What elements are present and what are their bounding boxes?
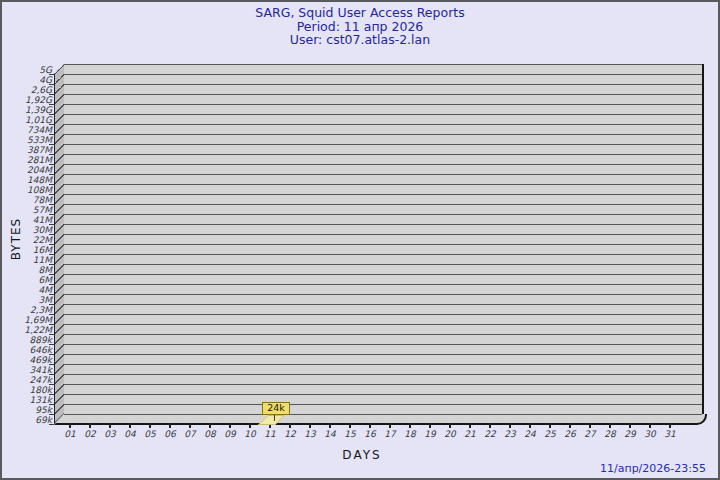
gridline xyxy=(64,94,702,95)
x-tick xyxy=(369,423,370,428)
bar-value-label: 24k xyxy=(262,402,290,415)
gridline xyxy=(64,144,702,145)
generation-timestamp: 11/апр/2026-23:55 xyxy=(600,462,706,475)
gridline xyxy=(64,314,702,315)
x-tick-label: 11 xyxy=(259,429,281,439)
x-tick-label: 05 xyxy=(139,429,161,439)
y-tick-label: 889k xyxy=(2,335,52,345)
y-tick-label: 1,01G xyxy=(2,115,52,125)
y-tick-label: 180k xyxy=(2,385,52,395)
x-axis-title: DAYS xyxy=(2,448,720,462)
x-tick xyxy=(169,423,170,428)
x-tick-label: 18 xyxy=(399,429,421,439)
y-tick-label: 108M xyxy=(2,185,52,195)
gridline xyxy=(64,224,702,225)
x-tick-label: 02 xyxy=(79,429,101,439)
y-tick-label: 2,3M xyxy=(2,305,52,315)
x-tick-label: 20 xyxy=(439,429,461,439)
x-tick-label: 16 xyxy=(359,429,381,439)
y-tick-label: 4G xyxy=(2,75,52,85)
x-tick-label: 23 xyxy=(499,429,521,439)
y-tick-label: 1,69M xyxy=(2,315,52,325)
gridline xyxy=(64,114,702,115)
x-tick xyxy=(529,423,530,428)
x-tick-label: 04 xyxy=(119,429,141,439)
gridline xyxy=(64,194,702,195)
x-tick-label: 10 xyxy=(239,429,261,439)
x-tick-label: 27 xyxy=(579,429,601,439)
chart-plot-area: 5G4G2,6G1,92G1,39G1,01G734M533M387M281M2… xyxy=(2,2,720,480)
gridline xyxy=(64,234,702,235)
y-tick-label: 387M xyxy=(2,145,52,155)
y-tick-label: 3M xyxy=(2,295,52,305)
x-tick xyxy=(589,423,590,428)
x-tick xyxy=(329,423,330,428)
x-tick-label: 12 xyxy=(279,429,301,439)
chart-face xyxy=(64,64,704,414)
gridline xyxy=(64,274,702,275)
gridline xyxy=(64,334,702,335)
x-tick-label: 24 xyxy=(519,429,541,439)
x-tick-label: 19 xyxy=(419,429,441,439)
gridline xyxy=(64,164,702,165)
x-tick-label: 17 xyxy=(379,429,401,439)
gridline xyxy=(64,74,702,75)
x-tick-label: 21 xyxy=(459,429,481,439)
gridline xyxy=(64,174,702,175)
x-tick xyxy=(449,423,450,428)
y-tick-label: 469k xyxy=(2,355,52,365)
gridline xyxy=(64,364,702,365)
x-tick xyxy=(249,423,250,428)
y-tick-label: 1,39G xyxy=(2,105,52,115)
x-tick xyxy=(469,423,470,428)
gridline xyxy=(64,204,702,205)
y-tick-label: 734M xyxy=(2,125,52,135)
x-tick-label: 26 xyxy=(559,429,581,439)
y-tick-label: 78M xyxy=(2,195,52,205)
gridline xyxy=(64,394,702,395)
gridline xyxy=(64,244,702,245)
gridline xyxy=(64,264,702,265)
x-tick-label: 30 xyxy=(639,429,661,439)
gridline xyxy=(64,104,702,105)
gridline xyxy=(64,64,702,65)
y-tick-label: 1,22M xyxy=(2,325,52,335)
x-tick xyxy=(289,423,290,428)
x-tick-label: 03 xyxy=(99,429,121,439)
y-tick-label: 148M xyxy=(2,175,52,185)
x-tick xyxy=(349,423,350,428)
x-tick-label: 09 xyxy=(219,429,241,439)
gridline xyxy=(64,184,702,185)
x-tick xyxy=(109,423,110,428)
y-tick-label: 2,6G xyxy=(2,85,52,95)
x-tick xyxy=(189,423,190,428)
x-tick-label: 25 xyxy=(539,429,561,439)
y-tick-label: 1,92G xyxy=(2,95,52,105)
gridline xyxy=(64,304,702,305)
gridline xyxy=(64,374,702,375)
y-tick-label: 646k xyxy=(2,345,52,355)
gridline xyxy=(64,284,702,285)
chart-left-wall xyxy=(54,64,64,424)
x-tick-label: 06 xyxy=(159,429,181,439)
x-tick-label: 14 xyxy=(319,429,341,439)
gridline xyxy=(64,354,702,355)
gridline xyxy=(64,344,702,345)
y-tick-label: 533M xyxy=(2,135,52,145)
x-tick xyxy=(609,423,610,428)
y-tick-label: 6M xyxy=(2,275,52,285)
x-tick xyxy=(669,423,670,428)
y-tick-label: 4M xyxy=(2,285,52,295)
x-tick-label: 13 xyxy=(299,429,321,439)
x-tick xyxy=(309,423,310,428)
x-tick xyxy=(409,423,410,428)
x-tick-label: 15 xyxy=(339,429,361,439)
gridline xyxy=(64,324,702,325)
y-tick-label: 247k xyxy=(2,375,52,385)
y-tick xyxy=(49,424,54,425)
x-tick xyxy=(509,423,510,428)
gridline xyxy=(64,84,702,85)
x-tick xyxy=(129,423,130,428)
y-tick-label: 281M xyxy=(2,155,52,165)
gridline xyxy=(64,384,702,385)
